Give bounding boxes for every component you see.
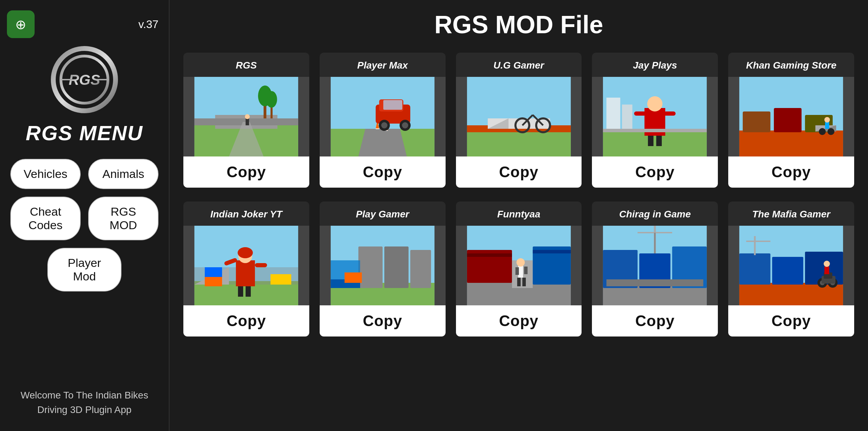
svg-rect-42 xyxy=(606,98,620,132)
card-khan-gaming-label: Khan Gaming Store xyxy=(728,53,854,77)
svg-point-14 xyxy=(266,91,277,108)
cards-row-2: Indian Joker YT xyxy=(183,201,854,336)
card-ug-gamer: U.G Gamer Copy xyxy=(456,53,582,188)
card-player-max-label: Player Max xyxy=(320,53,446,77)
player-mod-button[interactable]: Player Mod xyxy=(47,248,121,291)
card-chirag-game-image xyxy=(592,226,718,305)
svg-rect-108 xyxy=(739,253,770,285)
card-mafia-gamer-image xyxy=(728,226,854,305)
svg-point-27 xyxy=(381,122,387,128)
svg-rect-93 xyxy=(515,267,519,275)
menu-title: RGS MENU xyxy=(26,121,143,145)
welcome-text: Welcome To The Indian BikesDriving 3D Pl… xyxy=(21,374,148,417)
copy-rgs-button[interactable]: Copy xyxy=(183,156,309,188)
svg-rect-49 xyxy=(656,136,662,146)
card-mafia-gamer: The Mafia Gamer xyxy=(728,201,854,336)
card-indian-joker-label: Indian Joker YT xyxy=(183,201,309,226)
copy-jay-plays-button[interactable]: Copy xyxy=(592,156,718,188)
svg-rect-87 xyxy=(467,253,512,257)
svg-rect-60 xyxy=(825,122,829,129)
svg-rect-75 xyxy=(271,274,291,285)
svg-rect-79 xyxy=(384,246,409,288)
svg-point-92 xyxy=(516,258,524,267)
app-icon: ⊕ xyxy=(7,10,35,38)
svg-rect-50 xyxy=(603,129,707,132)
svg-rect-74 xyxy=(205,267,222,277)
copy-funntyaa-button[interactable]: Copy xyxy=(456,305,582,336)
copy-khan-gaming-button[interactable]: Copy xyxy=(728,156,854,188)
copy-play-gamer-button[interactable]: Copy xyxy=(320,305,446,336)
card-khan-gaming-image xyxy=(728,77,854,156)
svg-rect-43 xyxy=(622,105,632,132)
card-rgs-image xyxy=(183,77,309,156)
rgs-mod-button[interactable]: RGS MOD xyxy=(88,197,158,240)
svg-rect-32 xyxy=(467,129,570,156)
card-player-max-image xyxy=(320,77,446,156)
svg-point-61 xyxy=(824,117,830,123)
svg-rect-70 xyxy=(255,263,267,267)
svg-rect-117 xyxy=(824,267,829,274)
svg-rect-91 xyxy=(518,266,523,278)
rgs-logo: RGS xyxy=(50,45,119,114)
svg-text:RGS: RGS xyxy=(68,72,100,88)
page-title: RGS MOD File xyxy=(183,10,854,39)
card-chirag-game: Chirag in Game Copy xyxy=(592,201,718,336)
svg-rect-83 xyxy=(345,272,362,283)
svg-rect-96 xyxy=(522,278,526,286)
svg-point-58 xyxy=(819,128,826,135)
sidebar: ⊕ v.37 RGS RGS MENU Vehicles Animals Che… xyxy=(0,0,170,431)
card-play-gamer-image xyxy=(320,226,446,305)
card-rgs: RGS Copy xyxy=(183,53,309,188)
svg-rect-80 xyxy=(410,250,431,288)
svg-rect-30 xyxy=(383,100,402,110)
sidebar-top: ⊕ v.37 xyxy=(7,10,162,38)
copy-chirag-game-button[interactable]: Copy xyxy=(592,305,718,336)
svg-rect-66 xyxy=(236,260,255,286)
card-play-gamer: Play Gamer Copy xyxy=(320,201,446,336)
card-play-gamer-label: Play Gamer xyxy=(320,201,446,226)
copy-indian-joker-button[interactable]: Copy xyxy=(183,305,309,336)
svg-point-45 xyxy=(647,96,663,111)
svg-marker-19 xyxy=(358,129,407,156)
svg-rect-52 xyxy=(739,131,843,156)
svg-rect-71 xyxy=(238,286,243,297)
svg-rect-73 xyxy=(205,276,222,286)
svg-rect-48 xyxy=(648,136,654,146)
svg-rect-78 xyxy=(358,246,383,288)
main-content: RGS MOD File RGS xyxy=(170,0,868,431)
svg-text:⊕: ⊕ xyxy=(15,17,26,32)
card-funntyaa-label: Funntyaa xyxy=(456,201,582,226)
svg-rect-90 xyxy=(532,250,570,253)
svg-rect-46 xyxy=(634,111,646,116)
svg-point-68 xyxy=(238,247,253,258)
cards-row-1: RGS Copy xyxy=(183,53,854,188)
card-chirag-game-label: Chirag in Game xyxy=(592,201,718,226)
card-mafia-gamer-label: The Mafia Gamer xyxy=(728,201,854,226)
card-jay-plays-label: Jay Plays xyxy=(592,53,718,77)
copy-mafia-gamer-button[interactable]: Copy xyxy=(728,305,854,336)
svg-point-59 xyxy=(828,128,834,135)
copy-ug-gamer-button[interactable]: Copy xyxy=(456,156,582,188)
card-indian-joker-image xyxy=(183,226,309,305)
svg-rect-107 xyxy=(739,283,843,305)
card-ug-gamer-label: U.G Gamer xyxy=(456,53,582,77)
svg-rect-47 xyxy=(664,111,676,116)
svg-point-118 xyxy=(824,261,830,267)
svg-rect-105 xyxy=(606,279,703,286)
svg-rect-94 xyxy=(524,267,527,274)
svg-point-29 xyxy=(402,122,408,128)
svg-rect-72 xyxy=(246,286,251,297)
card-indian-joker: Indian Joker YT xyxy=(183,201,309,336)
menu-buttons: Vehicles Animals Cheat Codes RGS MOD Pla… xyxy=(7,159,162,291)
card-rgs-label: RGS xyxy=(183,53,309,77)
card-player-max: Player Max xyxy=(320,53,446,188)
vehicles-button[interactable]: Vehicles xyxy=(10,159,81,189)
cheat-codes-button[interactable]: Cheat Codes xyxy=(10,197,81,240)
animals-button[interactable]: Animals xyxy=(88,159,158,189)
svg-rect-53 xyxy=(743,111,770,132)
copy-player-max-button[interactable]: Copy xyxy=(320,156,446,188)
card-funntyaa: Funntyaa xyxy=(456,201,582,336)
svg-rect-54 xyxy=(774,108,802,132)
svg-rect-95 xyxy=(517,278,520,286)
card-ug-gamer-image xyxy=(456,77,582,156)
